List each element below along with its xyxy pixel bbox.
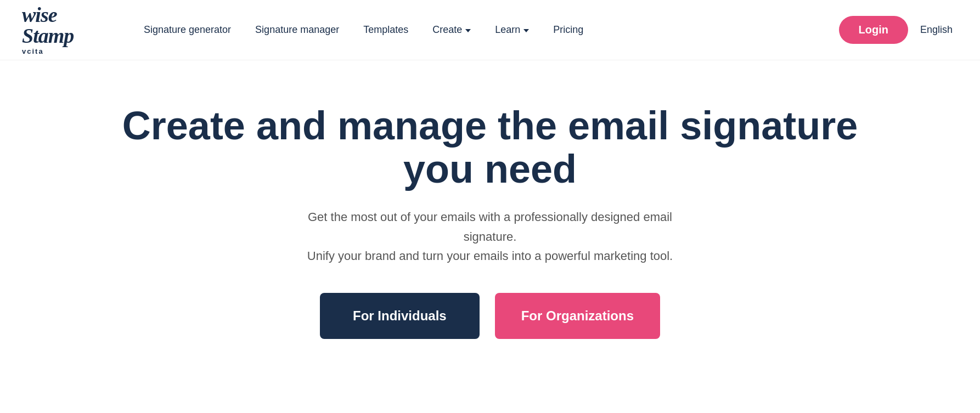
language-selector[interactable]: English (915, 24, 958, 36)
logo-vcita: vcita (22, 47, 44, 55)
hero-subtitle-line2: Unify your brand and turn your emails in… (307, 249, 673, 263)
hero-section: Create and manage the email signature yo… (0, 60, 980, 372)
hero-subtitle-line1: Get the most out of your emails with a p… (308, 210, 672, 243)
hero-title: Create and manage the email signature yo… (106, 104, 874, 191)
for-individuals-button[interactable]: For Individuals (320, 293, 480, 339)
logo-stamp: Stamp (22, 25, 74, 46)
hero-buttons: For Individuals For Organizations (320, 293, 660, 339)
nav-templates[interactable]: Templates (351, 24, 420, 36)
navbar: wise Stamp vcita Signature generator Sig… (0, 0, 980, 60)
nav-links: Signature generator Signature manager Te… (132, 24, 839, 36)
nav-right: Login English (839, 16, 958, 44)
nav-learn[interactable]: Learn (483, 24, 541, 36)
nav-signature-generator[interactable]: Signature generator (132, 24, 243, 36)
nav-pricing[interactable]: Pricing (541, 24, 595, 36)
for-organizations-button[interactable]: For Organizations (495, 293, 660, 339)
hero-subtitle: Get the most out of your emails with a p… (298, 207, 682, 265)
chevron-down-icon (465, 29, 471, 32)
nav-signature-manager[interactable]: Signature manager (243, 24, 351, 36)
logo-wise: wise (22, 4, 74, 25)
chevron-down-icon (523, 29, 529, 32)
logo[interactable]: wise Stamp vcita (22, 4, 99, 55)
login-button[interactable]: Login (839, 16, 908, 44)
nav-create[interactable]: Create (420, 24, 483, 36)
